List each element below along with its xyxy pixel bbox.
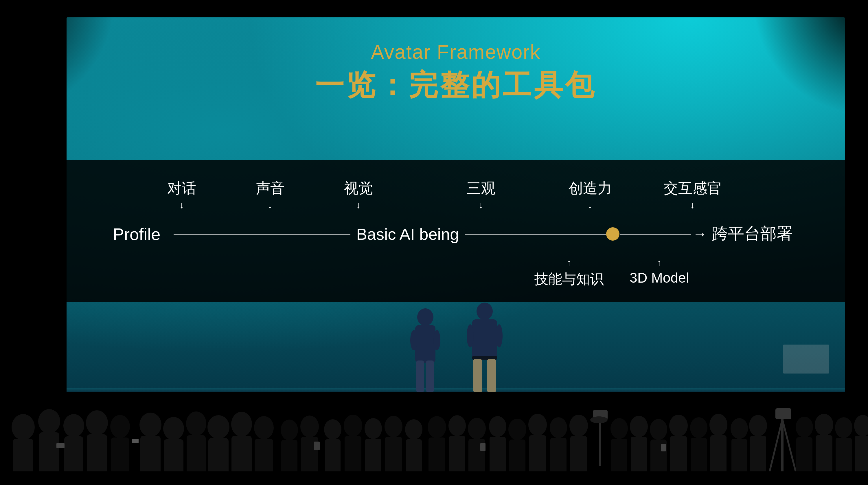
svg-rect-2 (416, 361, 424, 392)
svg-rect-24 (56, 443, 64, 448)
arrow-jiaohu: ↓ (690, 200, 695, 210)
svg-point-80 (669, 415, 688, 437)
svg-rect-1 (415, 325, 435, 363)
top-labels-row: 对话 ↓ 声音 ↓ 视觉 ↓ 三观 ↓ (113, 176, 793, 210)
svg-point-53 (428, 416, 446, 438)
svg-point-12 (496, 324, 503, 347)
svg-point-45 (344, 415, 362, 437)
svg-rect-71 (599, 420, 601, 466)
presenters-area (66, 216, 845, 392)
presenter-2 (466, 303, 503, 392)
arrow-duihua: ↓ (179, 200, 184, 210)
label-sanguan-text: 三观 (466, 179, 495, 198)
label-duihua: 对话 ↓ (167, 179, 196, 210)
vignette-tl (0, 0, 116, 116)
scene: Avatar Framework 一览：完整的工具包 对话 ↓ 声音 ↓ 视觉 (0, 0, 868, 485)
svg-rect-42 (314, 441, 320, 450)
svg-rect-3 (426, 361, 434, 392)
svg-point-28 (163, 417, 184, 440)
label-shengyin-text: 声音 (256, 179, 285, 198)
svg-rect-102 (0, 472, 868, 485)
svg-point-40 (300, 416, 319, 437)
svg-point-88 (749, 415, 767, 436)
slide-title-english: Avatar Framework (371, 40, 540, 63)
svg-point-72 (590, 417, 608, 423)
svg-point-6 (476, 303, 493, 320)
svg-rect-7 (472, 319, 497, 360)
svg-point-75 (630, 416, 648, 437)
audience-area (0, 392, 868, 485)
svg-point-0 (417, 308, 433, 326)
side-display (783, 345, 829, 373)
svg-point-98 (835, 417, 852, 438)
svg-point-14 (11, 414, 35, 440)
svg-point-5 (433, 330, 440, 350)
svg-point-38 (281, 420, 298, 440)
svg-point-64 (528, 414, 547, 436)
svg-point-84 (709, 414, 727, 436)
svg-point-11 (467, 324, 474, 347)
svg-point-43 (324, 419, 341, 439)
slide-title-chinese: 一览：完整的工具包 (315, 66, 596, 105)
svg-rect-90 (775, 408, 791, 419)
svg-point-34 (231, 412, 252, 437)
arrow-shijue: ↓ (356, 200, 361, 210)
crowd-silhouette-svg (0, 392, 868, 485)
label-shijue: 视觉 ↓ (344, 179, 373, 210)
label-jiaohu: 交互感官 ↓ (664, 179, 722, 210)
svg-rect-91 (781, 419, 783, 472)
svg-point-57 (468, 418, 486, 439)
svg-point-96 (815, 414, 833, 436)
svg-point-20 (86, 410, 108, 435)
svg-rect-25 (132, 439, 138, 443)
svg-rect-9 (473, 359, 482, 392)
svg-point-30 (186, 411, 206, 436)
svg-point-36 (254, 416, 274, 439)
svg-point-16 (38, 409, 60, 433)
arrow-sanguan: ↓ (478, 200, 483, 210)
svg-point-32 (208, 415, 229, 439)
label-chuangli: 创造力 ↓ (568, 179, 612, 210)
svg-point-94 (796, 417, 813, 437)
svg-point-51 (405, 419, 423, 439)
arrow-chuangli: ↓ (588, 200, 593, 210)
label-chuangli-text: 创造力 (568, 179, 612, 198)
label-sanguan: 三观 ↓ (466, 179, 495, 210)
svg-point-82 (690, 417, 707, 438)
svg-point-73 (611, 418, 628, 439)
svg-point-22 (110, 415, 130, 438)
svg-rect-79 (661, 444, 666, 451)
svg-point-18 (63, 414, 84, 437)
arrow-shengyin: ↓ (268, 200, 273, 210)
vignette-tr (752, 0, 868, 116)
svg-point-60 (489, 416, 506, 437)
presenter-1 (408, 308, 443, 392)
svg-point-4 (410, 330, 417, 350)
svg-point-86 (731, 418, 748, 439)
svg-point-62 (508, 419, 526, 440)
svg-rect-10 (487, 359, 496, 392)
label-jiaohu-text: 交互感官 (664, 179, 722, 198)
svg-point-49 (384, 416, 402, 437)
svg-point-26 (140, 412, 161, 437)
label-shijue-text: 视觉 (344, 179, 373, 198)
svg-point-68 (569, 415, 588, 437)
label-duihua-text: 对话 (167, 179, 196, 198)
svg-point-55 (448, 415, 466, 436)
label-shengyin: 声音 ↓ (256, 179, 285, 210)
svg-point-77 (650, 419, 667, 440)
svg-point-47 (365, 418, 382, 439)
presentation-stage: Avatar Framework 一览：完整的工具包 对话 ↓ 声音 ↓ 视觉 (66, 18, 845, 392)
svg-point-66 (550, 417, 567, 438)
svg-rect-59 (480, 443, 486, 451)
